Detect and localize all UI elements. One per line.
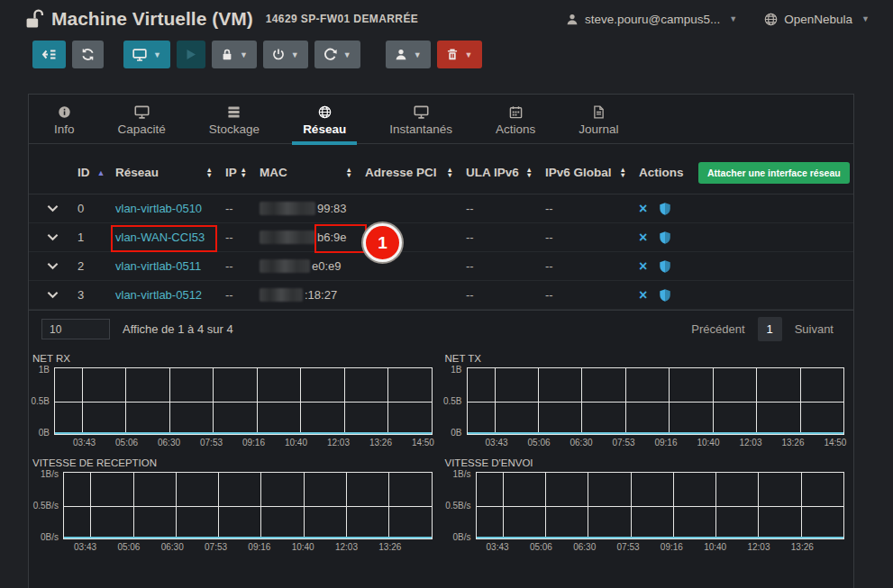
sort-icons: ▲▼ xyxy=(241,167,247,177)
sort-icons: ▲▼ xyxy=(620,167,626,177)
next-page-button[interactable]: Suivant xyxy=(795,322,834,336)
tab-instantanes[interactable]: Instantanés xyxy=(378,100,463,143)
pagination-right: Précédent 1 Suivant xyxy=(691,317,834,341)
detach-icon[interactable]: × xyxy=(639,259,647,274)
nic-ula-ipv6: -- xyxy=(466,288,545,302)
security-group-icon[interactable] xyxy=(659,288,671,303)
redacted-mac-block xyxy=(260,202,315,215)
x-axis-labels: 03:43 05:06 06:30 07:53 09:16 10:40 12:0… xyxy=(476,542,845,554)
security-group-icon[interactable] xyxy=(659,202,671,216)
refresh-button[interactable] xyxy=(72,41,104,68)
chart-plot xyxy=(467,367,845,435)
chevron-down-icon: ▼ xyxy=(465,50,473,59)
tab-reseau[interactable]: Réseau xyxy=(292,100,357,143)
vm-toolbar: ▼ ▼ ▼ ▼ ▼ ▼ xyxy=(32,41,893,68)
detach-icon[interactable]: × xyxy=(639,288,647,303)
tab-capacite[interactable]: Capacité xyxy=(107,100,177,143)
gridline xyxy=(55,402,432,403)
previous-page-button[interactable]: Précédent xyxy=(691,322,744,336)
column-header-ipv6-global[interactable]: IPv6 Global ▲▼ xyxy=(545,166,639,179)
network-link[interactable]: vlan-virtlab-0511 xyxy=(115,259,225,273)
tab-info[interactable]: Info xyxy=(43,100,86,143)
page-title: Machine Virtuelle (VM) xyxy=(51,8,253,30)
globe-icon xyxy=(764,13,778,26)
network-table-header: ID ▲ Réseau ▲▼ IP ▲▼ MAC ▲▼ Adresse PCI … xyxy=(29,144,853,194)
nic-ula-ipv6: -- xyxy=(466,231,545,244)
nic-ip: -- xyxy=(225,202,260,215)
tab-journal[interactable]: Journal xyxy=(568,100,629,143)
redacted-mac-block xyxy=(260,231,315,244)
nic-ipv6-global: -- xyxy=(545,231,639,244)
x-axis-labels: 03:43 05:06 06:30 07:53 09:16 10:40 12:0… xyxy=(63,542,433,554)
column-header-id[interactable]: ID ▲ xyxy=(77,166,115,179)
nic-ipv6-global: -- xyxy=(545,259,639,273)
chart-plot xyxy=(476,472,845,539)
unlock-icon xyxy=(25,8,44,30)
sort-icons: ▲▼ xyxy=(526,167,533,177)
nic-mac: e0:e9 xyxy=(260,259,365,273)
chevron-down-icon: ▼ xyxy=(291,50,299,59)
sort-icons: ▲▼ xyxy=(206,167,213,177)
column-header-mac[interactable]: MAC ▲▼ xyxy=(260,166,365,179)
row-expand-icon[interactable] xyxy=(47,291,77,299)
row-actions: × xyxy=(639,231,698,245)
power-off-button[interactable]: ▼ xyxy=(263,41,308,68)
nic-ip: -- xyxy=(225,231,260,244)
x-axis-labels: 03:43 05:06 06:30 07:53 09:16 10:40 12:0… xyxy=(54,438,433,449)
column-header-reseau[interactable]: Réseau ▲▼ xyxy=(115,166,225,179)
reboot-button[interactable]: ▼ xyxy=(314,41,360,68)
user-icon xyxy=(566,13,579,26)
chevron-down-icon: ▼ xyxy=(240,50,248,59)
network-link[interactable]: vlan-virtlab-0512 xyxy=(115,288,225,302)
chart-vitesse-reception: VITESSE DE RECEPTION 1B/s 0.5B/s 0B/s 03… xyxy=(31,457,433,554)
network-link[interactable]: vlan-WAN-CCI53 xyxy=(115,231,225,244)
nic-id: 3 xyxy=(77,288,115,302)
nic-ip: -- xyxy=(225,288,260,302)
row-expand-icon[interactable] xyxy=(47,233,77,241)
nic-ip: -- xyxy=(225,259,260,273)
zone-menu[interactable]: OpenNebula ▼ xyxy=(764,13,870,26)
row-expand-icon[interactable] xyxy=(47,262,77,270)
security-group-icon[interactable] xyxy=(659,259,671,274)
play-button[interactable] xyxy=(177,41,205,68)
y-axis-labels: 1B 0.5B 0B xyxy=(443,367,467,435)
security-group-icon[interactable] xyxy=(659,231,671,245)
tab-label: Instantanés xyxy=(389,122,452,136)
attach-network-interface-button[interactable]: Attacher une interface réseau xyxy=(698,162,850,184)
lock-button[interactable]: ▼ xyxy=(212,41,257,68)
tab-stockage[interactable]: Stockage xyxy=(198,100,270,143)
row-actions: × xyxy=(639,288,698,303)
topbar-right: steve.pouru@campus5... ▼ OpenNebula ▼ xyxy=(566,13,870,26)
pagination-info: Affiche de 1 à 4 sur 4 xyxy=(123,322,233,336)
remote-console-button[interactable]: ▼ xyxy=(123,41,170,68)
chevron-down-icon: ▼ xyxy=(414,50,422,59)
ownership-button[interactable]: ▼ xyxy=(386,41,431,68)
column-header-ip[interactable]: IP ▲▼ xyxy=(225,166,260,179)
column-header-ula-ipv6[interactable]: ULA IPv6 ▲▼ xyxy=(466,166,545,179)
column-header-adresse-pci[interactable]: Adresse PCI ▲▼ xyxy=(365,166,466,179)
tab-bar: Info Capacité Stockage Réseau Instantané… xyxy=(29,95,853,144)
user-menu[interactable]: steve.pouru@campus5... ▼ xyxy=(566,13,737,26)
network-link[interactable]: vlan-virtlab-0510 xyxy=(115,202,225,215)
row-expand-icon[interactable] xyxy=(47,204,77,213)
tab-actions[interactable]: Actions xyxy=(485,100,546,143)
y-axis-labels: 1B/s 0.5B/s 0B/s xyxy=(31,472,63,539)
chart-title: VITESSE D'ENVOI xyxy=(445,457,845,468)
back-to-list-button[interactable] xyxy=(32,41,66,68)
row-actions: × xyxy=(639,259,698,274)
tab-label: Journal xyxy=(579,122,618,136)
page-length-select[interactable]: 10 xyxy=(41,319,110,339)
y-axis-labels: 1B/s 0.5B/s 0B/s xyxy=(443,472,476,539)
sort-icons: ▲▼ xyxy=(447,167,453,177)
tab-label: Actions xyxy=(496,122,535,136)
detach-icon[interactable]: × xyxy=(639,202,647,216)
title-group: Machine Virtuelle (VM) 14629 SP-FW01 DEM… xyxy=(25,8,418,30)
chevron-down-icon: ▼ xyxy=(153,50,161,59)
sort-icons: ▲▼ xyxy=(346,167,352,177)
nic-mac: 99:83 xyxy=(260,202,365,215)
table-row: 3 vlan-virtlab-0512 -- :18:27 -- -- × xyxy=(29,281,853,310)
detach-icon[interactable]: × xyxy=(639,231,647,245)
delete-button[interactable]: ▼ xyxy=(437,41,482,68)
current-page-button[interactable]: 1 xyxy=(758,317,782,341)
vm-meta: 14629 SP-FW01 DEMARRÉE xyxy=(266,13,419,25)
